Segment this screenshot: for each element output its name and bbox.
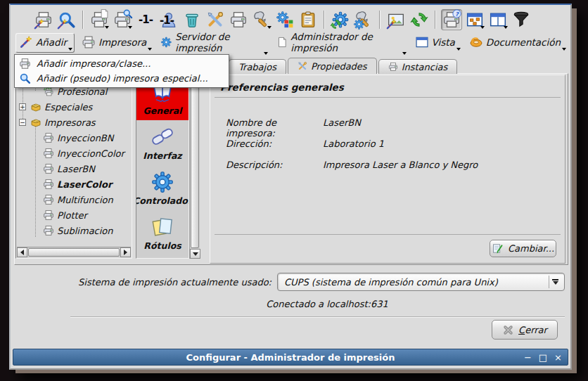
minimize-button[interactable]: −: [524, 352, 532, 363]
printer-icon: [19, 58, 31, 70]
menu-label: Impresora: [98, 37, 146, 48]
propiedades-panel: Profesional + Especiales − Impresoras: [14, 73, 568, 265]
tabbar: Trabajos Propiedades Instancias: [229, 58, 457, 74]
print-test-page-icon[interactable]: [228, 9, 249, 30]
package-icon: [30, 101, 41, 112]
tree-item-especiales[interactable]: + Especiales: [16, 99, 132, 115]
printer-icon: [43, 179, 54, 190]
tree-item-laserbn[interactable]: LaserBN: [16, 161, 132, 176]
scroll-down-button[interactable]: [190, 249, 200, 259]
tree-item-impresoras[interactable]: − Impresoras: [16, 115, 132, 130]
trash-icon[interactable]: [181, 9, 203, 30]
tab-trabajos[interactable]: Trabajos: [229, 59, 286, 74]
add-special-printer-icon[interactable]: [56, 9, 77, 30]
tree-item-inyeccioncolor[interactable]: InyeccionColor: [16, 146, 132, 161]
filter-funnel-icon[interactable]: [511, 9, 532, 30]
view-columns-menu-icon[interactable]: [487, 9, 509, 30]
print-system-row: Sistema de impresión actualmente usado: …: [15, 273, 565, 291]
printer-pages-menu-icon[interactable]: [89, 9, 110, 30]
menu-label: Vista: [432, 37, 455, 48]
menu-anadir[interactable]: Añadir: [15, 33, 75, 53]
toolbar-separator: [379, 11, 381, 29]
tree-item-sublimacion[interactable]: Sublimacion: [16, 223, 132, 238]
scroll-left-button[interactable]: [17, 247, 27, 257]
refresh-icon[interactable]: [409, 9, 430, 30]
configure-tools-icon[interactable]: [205, 9, 226, 30]
close-button[interactable]: Cerrar: [492, 320, 558, 340]
side-item-controlador[interactable]: Controlador: [136, 165, 188, 210]
tab-propiedades[interactable]: Propiedades: [288, 58, 377, 74]
property-row: Descripción: Impresora Laser a Blanco y …: [226, 160, 558, 170]
printer-search-menu-icon[interactable]: [112, 9, 133, 30]
restart-server-icon[interactable]: [330, 9, 351, 30]
printer-icon: [43, 225, 54, 236]
button-label: Cerrar: [518, 325, 547, 335]
menu-vista[interactable]: Vista: [412, 34, 462, 52]
menu-item-add-printer-class[interactable]: Añadir impresora/clase...: [15, 56, 229, 71]
menu-documentacion[interactable]: Documentación: [466, 34, 568, 52]
printer-icon: [43, 194, 54, 205]
tree-item-inyeccionbn[interactable]: InyeccionBN: [16, 130, 132, 146]
menu-servidor-impresion[interactable]: Servidor de impresión: [158, 30, 269, 56]
section-title: Preferencias generales: [220, 82, 344, 93]
add-printer-wizard-icon[interactable]: [33, 9, 54, 30]
property-label: Nombre de impresora:: [226, 117, 323, 138]
scrollbar-thumb[interactable]: [28, 248, 120, 257]
scrollbar-thumb[interactable]: [191, 85, 199, 248]
tree-expander-minus[interactable]: −: [19, 119, 26, 126]
document-icon: [276, 35, 288, 49]
general-preferences-pane: Preferencias generales Nombre de impreso…: [210, 75, 565, 264]
menu-item-label: Añadir impresora/clase...: [37, 58, 151, 69]
package-icon: [30, 117, 41, 128]
window-titlebar[interactable]: Configurar - Administrador de impresión …: [13, 349, 568, 366]
anadir-dropdown-menu: Añadir impresora/clase... Añadir (pseudo…: [14, 54, 229, 88]
tree-item-multifuncion[interactable]: Multifuncion: [16, 192, 132, 207]
view-log-clipboard-icon[interactable]: [298, 9, 319, 30]
menu-label: Administrador de impresión: [290, 31, 400, 53]
toolbar-separator: [435, 11, 436, 29]
close-window-button[interactable]: ×: [554, 352, 562, 363]
special-printer-icon: [19, 72, 31, 84]
property-value: LaserBN: [323, 117, 558, 138]
remove-page-number-icon[interactable]: -1-: [135, 9, 156, 30]
tree-item-plotter[interactable]: Plotter: [16, 207, 132, 223]
tab-label: Propiedades: [311, 61, 367, 72]
magic-wand-icon: [19, 35, 33, 49]
configure-server-icon[interactable]: [353, 9, 374, 30]
chevron-down-icon[interactable]: [549, 276, 561, 288]
printer-tools-menu-icon[interactable]: [251, 9, 272, 30]
view-tree-menu-icon[interactable]: [464, 9, 485, 30]
menu-administrador-impresion[interactable]: Administrador de impresión: [274, 30, 408, 56]
side-item-interfaz[interactable]: Interfaz: [136, 120, 188, 165]
window-title: Configurar - Administrador de impresión: [186, 352, 395, 363]
window-icon: [415, 35, 429, 49]
settings-icon-list: General Interfaz Controlador Rótulos: [136, 75, 189, 259]
property-row: Dirección: Laboratorio 1: [226, 138, 558, 149]
printer-quick-help-icon[interactable]: [441, 9, 462, 30]
side-item-rotulos[interactable]: Rótulos: [136, 210, 188, 255]
combobox-value: CUPS (sistema de impresión común para Un…: [284, 277, 498, 288]
tab-instancias[interactable]: Instancias: [378, 59, 458, 74]
tab-label: Instancias: [402, 62, 448, 72]
menu-impresora[interactable]: Impresora: [79, 34, 153, 52]
menu-item-label: Añadir (pseudo) impresora especial...: [37, 73, 208, 84]
section-divider: [215, 234, 561, 235]
tree-horizontal-scrollbar[interactable]: [17, 247, 131, 257]
tree-expander-plus[interactable]: +: [19, 103, 26, 110]
printer-icon: [43, 148, 54, 159]
change-button[interactable]: Cambiar...: [490, 240, 556, 257]
scroll-right-button[interactable]: [120, 247, 131, 257]
property-label: Descripción:: [226, 160, 323, 170]
maximize-button[interactable]: □: [539, 352, 547, 363]
menu-label: Documentación: [486, 37, 561, 48]
kprinter-wizard-icon[interactable]: [385, 9, 407, 30]
icon-list-scrollbar[interactable]: [189, 75, 200, 259]
user-page-number-icon[interactable]: -1-: [158, 9, 179, 30]
print-system-combobox[interactable]: CUPS (sistema de impresión común para Un…: [277, 273, 565, 291]
connection-status: Conectado a localhost:631: [81, 299, 573, 309]
system-gears-windows-icon[interactable]: [274, 9, 295, 30]
close-x-icon: [502, 324, 514, 336]
toolbar-separator: [82, 11, 84, 29]
tree-item-lasercolor[interactable]: LaserColor: [16, 176, 132, 192]
menu-item-add-special-printer[interactable]: Añadir (pseudo) impresora especial...: [15, 71, 229, 86]
